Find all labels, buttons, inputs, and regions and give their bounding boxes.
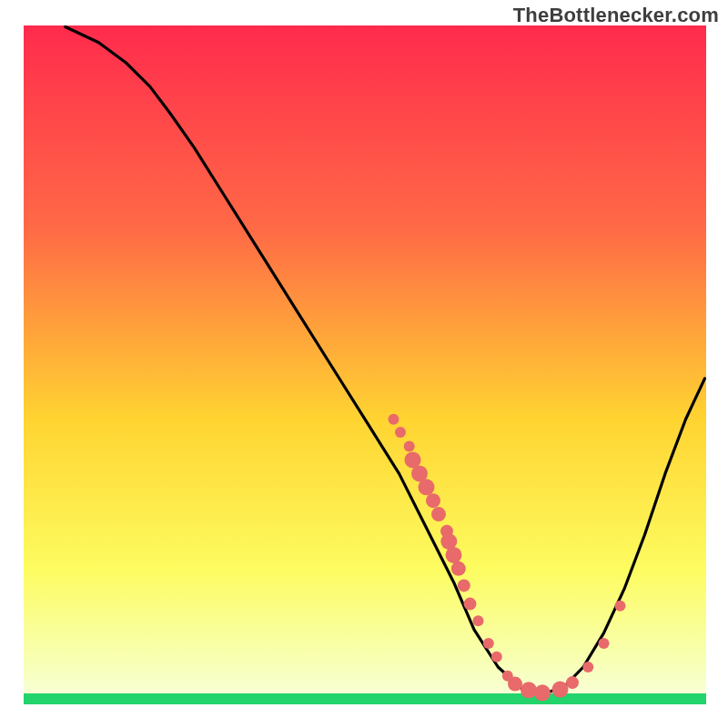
data-dot [534, 684, 551, 701]
data-dot [395, 427, 406, 438]
data-dot [615, 601, 626, 612]
data-dot [473, 615, 484, 626]
watermark-text: TheBottlenecker.com [513, 4, 719, 27]
data-dot [458, 579, 470, 592]
data-dot [464, 598, 477, 611]
gradient-background [24, 25, 706, 704]
data-dot [521, 682, 537, 698]
data-dot [508, 677, 522, 692]
data-dot [552, 682, 569, 698]
bottleneck-chart: TheBottlenecker.com [0, 0, 728, 728]
data-dot [491, 652, 502, 662]
data-dot [582, 662, 593, 672]
data-dot [451, 561, 466, 576]
data-dot [446, 547, 462, 563]
green-bottom-band [24, 693, 706, 704]
data-dot [426, 493, 440, 508]
data-dot [483, 638, 494, 649]
data-dot [599, 638, 610, 649]
chart-svg [0, 0, 728, 728]
data-dot [431, 507, 446, 521]
data-dot [566, 676, 579, 689]
data-dot [389, 414, 399, 425]
data-dot [404, 441, 415, 452]
data-dot [419, 479, 435, 495]
